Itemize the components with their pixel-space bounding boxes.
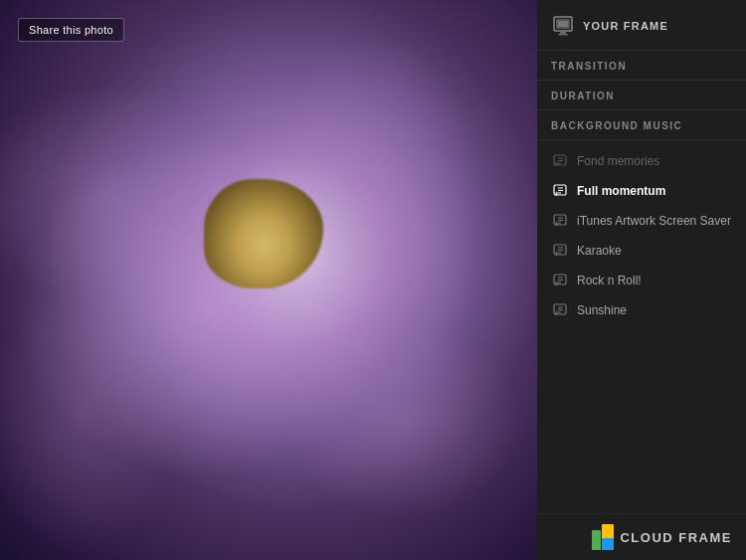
- photo-area: Share this photo: [0, 0, 537, 560]
- music-item-label: Sunshine: [577, 303, 627, 317]
- music-note-icon: [551, 273, 569, 288]
- music-item-fond-memories[interactable]: Fond memories: [537, 146, 746, 176]
- your-frame-title: YOUR FRAME: [583, 20, 668, 32]
- music-note-icon: [551, 153, 569, 169]
- music-item-karaoke[interactable]: Karaoke: [537, 236, 746, 266]
- transition-section-header: TRANSITION: [537, 51, 746, 81]
- svg-rect-31: [602, 538, 614, 550]
- cloud-frame-logo: CLOUD FRAME: [592, 524, 732, 550]
- duration-section-header: DURATION: [537, 81, 746, 110]
- sidebar: YOUR FRAME TRANSITION DURATION BACKGROUN…: [537, 0, 746, 560]
- music-item-sunshine[interactable]: Sunshine: [537, 295, 746, 325]
- svg-rect-4: [558, 34, 568, 36]
- share-photo-button[interactable]: Share this photo: [18, 18, 124, 42]
- music-item-label: Karaoke: [577, 244, 622, 258]
- svg-rect-29: [592, 530, 601, 550]
- music-note-icon: [551, 183, 569, 199]
- music-item-full-momentum[interactable]: Full momentum: [537, 176, 746, 206]
- background-music-section-header: BACKGROUND MUSIC: [537, 110, 746, 140]
- music-list: Fond memories Full momentum iTunes Artwo…: [537, 140, 746, 513]
- your-frame-header: YOUR FRAME: [537, 0, 746, 51]
- music-note-icon: [551, 243, 569, 259]
- cloud-frame-logo-icon: [592, 524, 614, 550]
- music-item-label: Full momentum: [577, 184, 665, 198]
- music-note-icon: [551, 213, 569, 229]
- footer: CLOUD FRAME: [537, 513, 746, 560]
- cloud-frame-label: CLOUD FRAME: [620, 530, 732, 545]
- music-item-label: Fond memories: [577, 154, 659, 168]
- music-item-label: Rock n Roll!: [577, 274, 642, 287]
- music-item-itunes-artwork[interactable]: iTunes Artwork Screen Saver: [537, 206, 746, 236]
- music-note-icon: [551, 302, 569, 318]
- svg-rect-2: [558, 21, 568, 27]
- svg-rect-3: [560, 32, 566, 34]
- frame-icon: [551, 14, 575, 38]
- music-item-rock-n-roll[interactable]: Rock n Roll!: [537, 266, 746, 295]
- music-item-label: iTunes Artwork Screen Saver: [577, 214, 731, 228]
